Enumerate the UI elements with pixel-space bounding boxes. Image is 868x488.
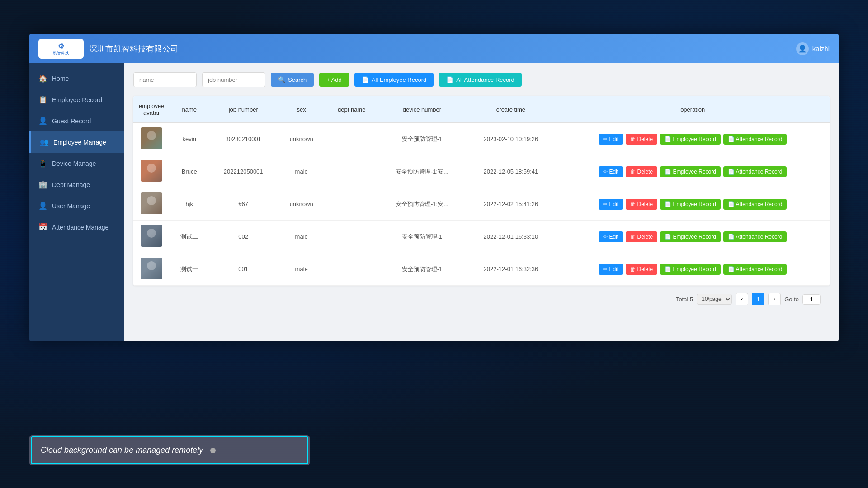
sidebar-item-dept-manage-label: Dept Manage <box>52 181 90 188</box>
name-cell: 测试一 <box>170 253 209 286</box>
avatar-face <box>147 261 156 270</box>
dept-name-cell <box>325 155 378 188</box>
add-button-label: + Add <box>326 76 342 83</box>
table-row: Bruce 202212050001 male 安全预防管理-1:安... 20… <box>133 155 830 188</box>
sidebar-item-attendance-manage[interactable]: 📅 Attendance Manage <box>29 216 124 238</box>
page-number-1[interactable]: 1 <box>752 293 764 305</box>
dept-manage-icon: 🏢 <box>38 180 47 189</box>
add-button[interactable]: + Add <box>319 73 349 87</box>
col-sex: sex <box>278 96 325 123</box>
employee-record-button[interactable]: 📄 Employee Record <box>660 231 721 242</box>
operation-cell: ✏ Edit 🗑 Delete 📄 Employee Record 📄 Atte… <box>556 155 830 188</box>
name-search-input[interactable] <box>133 72 197 87</box>
employee-record-button[interactable]: 📄 Employee Record <box>660 264 721 275</box>
delete-button[interactable]: 🗑 Delete <box>626 166 657 177</box>
attendance-record-icon: 📄 <box>446 76 453 83</box>
delete-button[interactable]: 🗑 Delete <box>626 264 657 275</box>
device-number-cell: 安全预防管理-1 <box>378 123 466 155</box>
job-number-search-input[interactable] <box>202 72 265 87</box>
dept-name-cell <box>325 188 378 221</box>
col-avatar: employee avatar <box>133 96 170 123</box>
dept-name-cell <box>325 123 378 155</box>
delete-button[interactable]: 🗑 Delete <box>626 134 657 145</box>
user-manage-icon: 👤 <box>38 202 47 210</box>
avatar-cell <box>133 155 170 188</box>
action-buttons: ✏ Edit 🗑 Delete 📄 Employee Record 📄 Atte… <box>561 166 824 177</box>
sidebar-item-dept-manage[interactable]: 🏢 Dept Manage <box>29 174 124 195</box>
avatar-face <box>147 164 156 173</box>
sidebar-item-attendance-manage-label: Attendance Manage <box>52 224 108 231</box>
job-number-cell: 202212050001 <box>209 155 278 188</box>
goto-page-input[interactable] <box>802 294 821 305</box>
notification-bar: Cloud background can be managed remotely <box>29 435 310 465</box>
guest-record-icon: 👤 <box>38 117 47 125</box>
edit-button[interactable]: ✏ Edit <box>599 264 623 275</box>
avatar-image <box>141 225 162 247</box>
device-number-cell: 安全预防管理-1:安... <box>378 188 466 221</box>
avatar-image <box>141 192 162 214</box>
prev-page-button[interactable]: ‹ <box>736 293 748 305</box>
employee-record-button[interactable]: 📄 Employee Record <box>660 134 721 145</box>
per-page-select[interactable]: 10/page 20/page 50/page <box>697 294 732 305</box>
name-cell: hjk <box>170 188 209 221</box>
employee-table: employee avatar name job number sex dept… <box>133 96 830 286</box>
col-dept-name: dept name <box>325 96 378 123</box>
edit-button[interactable]: ✏ Edit <box>599 231 623 242</box>
dept-name-cell <box>325 253 378 286</box>
col-device-number: device number <box>378 96 466 123</box>
user-avatar-icon: 👤 <box>796 42 809 55</box>
sidebar-item-user-manage[interactable]: 👤 User Manage <box>29 195 124 216</box>
sidebar-item-employee-record[interactable]: 📋 Employee Record <box>29 89 124 110</box>
attendance-record-button[interactable]: 📄 Attendance Record <box>723 264 787 275</box>
all-attendance-record-button[interactable]: 📄 All Attendance Record <box>439 73 522 87</box>
operation-cell: ✏ Edit 🗑 Delete 📄 Employee Record 📄 Atte… <box>556 123 830 155</box>
col-operation: operation <box>556 96 830 123</box>
search-button[interactable]: 🔍 Search <box>271 73 314 87</box>
notification-outer: Cloud background can be managed remotely <box>29 435 310 465</box>
edit-button[interactable]: ✏ Edit <box>599 134 623 145</box>
employee-record-button[interactable]: 📄 Employee Record <box>660 199 721 210</box>
sidebar-item-user-manage-label: User Manage <box>52 202 90 210</box>
delete-button[interactable]: 🗑 Delete <box>626 231 657 242</box>
logo-area: ⚙ 凯智科技 深圳市凯智科技有限公司 <box>38 39 179 59</box>
edit-button[interactable]: ✏ Edit <box>599 166 623 177</box>
header: ⚙ 凯智科技 深圳市凯智科技有限公司 👤 kaizhi <box>29 34 839 63</box>
create-time-cell: 2022-12-05 18:59:41 <box>466 155 556 188</box>
name-cell: Bruce <box>170 155 209 188</box>
device-number-cell: 安全预防管理-1 <box>378 221 466 253</box>
next-page-button[interactable]: › <box>768 293 781 305</box>
table-row: 测试一 001 male 安全预防管理-1 2022-12-01 16:32:3… <box>133 253 830 286</box>
goto-label: Go to <box>784 296 799 303</box>
sidebar-item-employee-manage[interactable]: 👥 Employee Manage <box>29 131 124 153</box>
action-buttons: ✏ Edit 🗑 Delete 📄 Employee Record 📄 Atte… <box>561 231 824 242</box>
device-manage-icon: 📱 <box>38 159 47 168</box>
create-time-cell: 2022-12-01 16:33:10 <box>466 221 556 253</box>
attendance-record-button[interactable]: 📄 Attendance Record <box>723 166 787 177</box>
sidebar-item-guest-record[interactable]: 👤 Guest Record <box>29 110 124 131</box>
sidebar-item-home-label: Home <box>52 75 69 82</box>
avatar-cell <box>133 123 170 155</box>
pagination: Total 5 10/page 20/page 50/page ‹ 1 › Go… <box>133 286 830 313</box>
sex-cell: unknown <box>278 123 325 155</box>
action-buttons: ✏ Edit 🗑 Delete 📄 Employee Record 📄 Atte… <box>561 134 824 145</box>
table-header-row: employee avatar name job number sex dept… <box>133 96 830 123</box>
sex-cell: male <box>278 155 325 188</box>
all-employee-record-button[interactable]: 📄 All Employee Record <box>354 73 434 87</box>
attendance-record-button[interactable]: 📄 Attendance Record <box>723 231 787 242</box>
sidebar-item-home[interactable]: 🏠 Home <box>29 68 124 89</box>
job-number-cell: 001 <box>209 253 278 286</box>
edit-button[interactable]: ✏ Edit <box>599 199 623 210</box>
sidebar-item-guest-record-label: Guest Record <box>52 117 91 125</box>
avatar-image <box>141 127 162 149</box>
attendance-record-button[interactable]: 📄 Attendance Record <box>723 134 787 145</box>
name-cell: 测试二 <box>170 221 209 253</box>
sidebar: 🏠 Home 📋 Employee Record 👤 Guest Record … <box>29 63 124 341</box>
logo-text: 凯智科技 <box>53 51 69 56</box>
sidebar-item-device-manage[interactable]: 📱 Device Manage <box>29 153 124 174</box>
all-employee-record-label: All Employee Record <box>372 76 426 83</box>
job-number-cell: 30230210001 <box>209 123 278 155</box>
content-area: 🔍 Search + Add 📄 All Employee Record 📄 A… <box>124 63 839 341</box>
employee-record-button[interactable]: 📄 Employee Record <box>660 166 721 177</box>
attendance-record-button[interactable]: 📄 Attendance Record <box>723 199 787 210</box>
delete-button[interactable]: 🗑 Delete <box>626 199 657 210</box>
